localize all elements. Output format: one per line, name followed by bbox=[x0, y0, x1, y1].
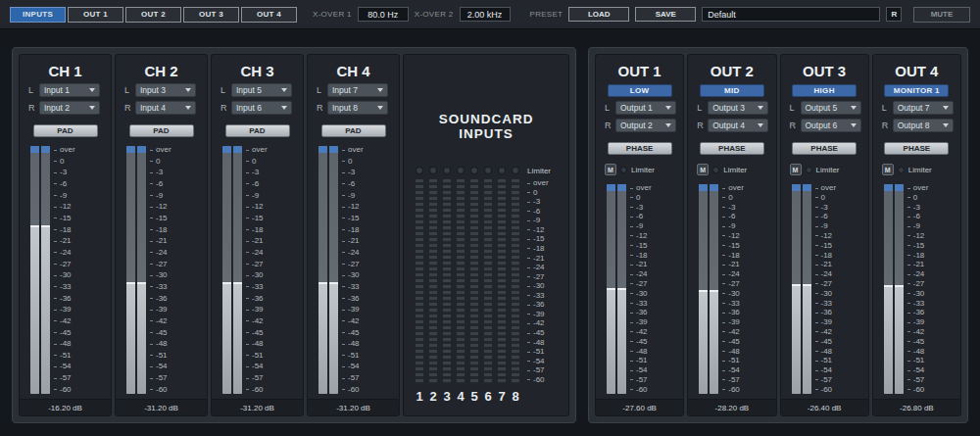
tab-out-4[interactable]: OUT 4 bbox=[241, 7, 297, 23]
meter-bar-left bbox=[318, 146, 327, 394]
limiter-led bbox=[620, 167, 627, 173]
right-output-select[interactable]: Output 6 bbox=[801, 119, 861, 132]
scale-label: -21 bbox=[722, 261, 744, 268]
soundcard-meter-bars bbox=[416, 179, 519, 384]
scale-label: over bbox=[246, 146, 268, 154]
xover1-frequency-value[interactable]: 80.0 Hz bbox=[358, 7, 409, 22]
right-input-select[interactable]: Input 6 bbox=[231, 101, 292, 115]
scale-label: -21 bbox=[630, 261, 652, 268]
phase-button[interactable]: PHASE bbox=[792, 142, 857, 155]
chevron-down-icon bbox=[758, 106, 763, 110]
scale-label: -57 bbox=[342, 374, 364, 382]
scale-label: -15 bbox=[722, 242, 744, 250]
left-output-select[interactable]: Output 1 bbox=[615, 101, 676, 115]
scale-label: -30 bbox=[150, 271, 172, 279]
right-output-select[interactable]: Output 8 bbox=[893, 119, 954, 132]
scale-label: -48 bbox=[815, 348, 837, 356]
left-input-select[interactable]: Input 1 bbox=[39, 83, 100, 97]
scale-label: -24 bbox=[815, 270, 837, 278]
scale-label: -3 bbox=[815, 204, 837, 212]
scale-label: -54 bbox=[630, 366, 652, 374]
left-output-row: L Output 7 bbox=[873, 101, 960, 115]
preset-name-input[interactable] bbox=[702, 7, 880, 22]
limiter-led bbox=[806, 167, 812, 173]
tab-inputs[interactable]: INPUTS bbox=[10, 7, 66, 23]
select-value: Input 5 bbox=[236, 85, 262, 95]
scale-label: over bbox=[527, 179, 557, 187]
band-badge: MONITOR 1 bbox=[884, 84, 949, 97]
soundcard-meter-bar bbox=[484, 179, 492, 384]
soundcard-leds bbox=[416, 167, 519, 175]
mute-button[interactable]: MUTE bbox=[913, 7, 970, 23]
save-button[interactable]: SAVE bbox=[635, 7, 696, 22]
meter-bar-right bbox=[895, 184, 904, 394]
level-meter: over0-3-6-9-12-15-18-21-24-27-30-33-36-3… bbox=[873, 184, 960, 394]
left-input-select[interactable]: Input 3 bbox=[135, 83, 196, 97]
tab-out-1[interactable]: OUT 1 bbox=[68, 7, 123, 23]
chevron-down-icon bbox=[185, 106, 191, 110]
scale-label: -42 bbox=[815, 328, 837, 336]
tab-out-2[interactable]: OUT 2 bbox=[125, 7, 181, 23]
phase-button[interactable]: PHASE bbox=[700, 142, 764, 155]
chevron-down-icon bbox=[377, 88, 383, 92]
soundcard-channel-number: 1 bbox=[416, 389, 423, 404]
left-output-select[interactable]: Output 3 bbox=[708, 101, 768, 115]
right-input-select[interactable]: Input 4 bbox=[135, 101, 196, 115]
scale-label: -39 bbox=[722, 318, 744, 326]
reset-button[interactable]: R bbox=[886, 7, 902, 22]
scale-label: over bbox=[54, 146, 75, 154]
scale-label: 0 bbox=[150, 158, 172, 166]
scale-label: -21 bbox=[150, 237, 172, 245]
left-input-select[interactable]: Input 5 bbox=[231, 83, 292, 97]
soundcard-channel-number: 5 bbox=[470, 389, 478, 404]
level-readout: -28.20 dB bbox=[688, 399, 775, 415]
right-output-row: R Output 8 bbox=[873, 119, 960, 132]
tab-out-3[interactable]: OUT 3 bbox=[183, 7, 239, 23]
scale-label: 0 bbox=[54, 158, 75, 166]
phase-button[interactable]: PHASE bbox=[608, 142, 672, 155]
scale-label: -21 bbox=[246, 237, 268, 245]
input-channel-strip-1: CH 1 L Input 1 R Input 2 PAD bbox=[19, 54, 112, 416]
mute-channel-button[interactable]: M bbox=[697, 164, 709, 175]
right-output-select[interactable]: Output 4 bbox=[708, 119, 768, 132]
pad-button[interactable]: PAD bbox=[321, 124, 386, 137]
load-button[interactable]: LOAD bbox=[568, 7, 629, 22]
meter-bar-left bbox=[222, 146, 231, 394]
pad-button[interactable]: PAD bbox=[33, 124, 98, 137]
scale-label: -45 bbox=[907, 338, 929, 346]
phase-button[interactable]: PHASE bbox=[884, 142, 949, 155]
scale-label: -9 bbox=[342, 192, 364, 200]
left-output-select[interactable]: Output 7 bbox=[893, 101, 954, 115]
select-value: Output 2 bbox=[620, 121, 653, 130]
xover2-frequency-value[interactable]: 2.00 kHz bbox=[460, 7, 511, 22]
scale-label: -48 bbox=[54, 340, 75, 348]
soundcard-channel-number: 6 bbox=[484, 389, 492, 404]
right-output-row: R Output 2 bbox=[596, 119, 683, 132]
scale-label: -27 bbox=[722, 280, 744, 288]
right-label: R bbox=[28, 103, 34, 113]
mute-channel-button[interactable]: M bbox=[790, 164, 802, 175]
scale-label: -48 bbox=[722, 348, 744, 356]
right-output-select[interactable]: Output 2 bbox=[615, 119, 676, 132]
left-output-row: L Output 5 bbox=[781, 101, 868, 115]
scale-label: -27 bbox=[907, 280, 929, 288]
meter-bars bbox=[884, 184, 904, 394]
scale-label: -12 bbox=[630, 232, 652, 240]
scale-label: -33 bbox=[815, 300, 837, 308]
pad-button[interactable]: PAD bbox=[129, 124, 194, 137]
chevron-down-icon bbox=[943, 106, 949, 110]
left-input-select[interactable]: Input 7 bbox=[327, 83, 388, 97]
scale-label: -54 bbox=[54, 363, 75, 370]
right-input-select[interactable]: Input 8 bbox=[327, 101, 388, 115]
scale-label: -6 bbox=[630, 213, 652, 220]
mute-channel-button[interactable]: M bbox=[882, 164, 894, 175]
scale-label: over bbox=[342, 146, 364, 154]
select-value: Output 7 bbox=[898, 103, 930, 113]
pad-button[interactable]: PAD bbox=[225, 124, 290, 137]
scale-label: -15 bbox=[150, 215, 172, 222]
left-output-select[interactable]: Output 5 bbox=[801, 101, 861, 115]
limiter-row: M Limiter bbox=[596, 164, 683, 175]
right-input-select[interactable]: Input 2 bbox=[39, 101, 100, 115]
mute-channel-button[interactable]: M bbox=[605, 164, 616, 175]
output-channel-strip-2: OUT 2 MID L Output 3 R Output 4 PH bbox=[687, 54, 776, 416]
